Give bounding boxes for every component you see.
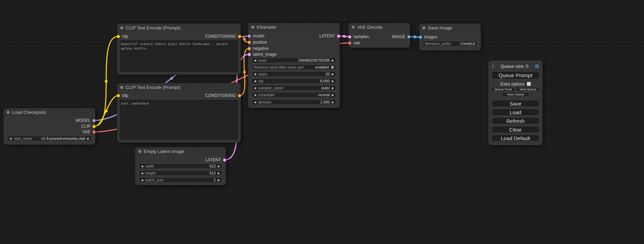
drag-handle-icon[interactable]: ⣿ [492,64,494,68]
output-slot-dot[interactable] [238,35,241,38]
decrement-arrow[interactable]: ◀ [141,179,143,182]
node-ksampler[interactable]: KSamplermodelpositivenegativelatent_imag… [248,23,340,108]
decrement-arrow[interactable]: ◀ [9,137,11,140]
increment-arrow[interactable]: ▶ [332,80,334,83]
queue-prompt-button[interactable]: Queue Prompt [492,71,539,79]
decrement-arrow[interactable]: ◀ [254,93,256,97]
node-title-bar[interactable]: VAE Decode [349,23,410,31]
widget-random-seed-after-every-gen[interactable]: Random seed after every genenabled [252,64,336,70]
input-slot-dot[interactable] [419,36,422,39]
output-slot-LATENT: LATENT [205,157,226,163]
node-title-bar[interactable]: Save Image [419,24,481,32]
increment-arrow[interactable]: ▶ [332,93,334,97]
widget-label: seed [258,58,266,62]
increment-arrow[interactable]: ▶ [218,172,220,175]
widget-value: enabled [315,65,329,69]
decrement-arrow[interactable]: ◀ [141,172,143,175]
decrement-arrow[interactable]: ◀ [254,87,256,90]
node-title-bar[interactable]: CLIP Text Encode (Prompt) [117,24,241,32]
input-slot-dot[interactable] [248,35,251,38]
refresh-button[interactable]: Refresh [492,117,539,124]
load-button[interactable]: Load [492,109,539,116]
node-empty-latent-image[interactable]: Empty Latent ImageLATENT◀width512▶◀heigh… [135,147,226,185]
node-title-label: Empty Latent Image [144,149,184,154]
output-slot-label: LATENT [205,157,221,162]
queue-front-button[interactable]: Queue Front [492,87,515,91]
input-slot-dot[interactable] [248,47,251,50]
link-midpoint-dot [243,71,246,73]
widget-sampler-name[interactable]: ◀sampler_nameeuler▶ [252,85,336,91]
widget-steps[interactable]: ◀steps20▶ [252,71,336,77]
output-slot-dot[interactable] [92,125,96,128]
decrement-arrow[interactable]: ◀ [254,101,256,104]
input-slot-dot[interactable] [248,41,251,44]
input-slot-dot[interactable] [348,35,351,38]
output-slot-label: CONDITIONING [205,34,236,39]
widget-height[interactable]: ◀height512▶ [139,170,222,176]
toggle-knob-icon[interactable] [331,66,334,69]
widget-filename-prefix[interactable]: filename_prefixComfyUI [423,41,477,46]
extra-options-checkbox[interactable] [527,82,531,86]
decrement-arrow[interactable]: ◀ [254,59,256,62]
view-queue-button[interactable]: View Queue [517,87,540,91]
widget-value: ComfyUI [460,42,475,46]
node-vae-decode[interactable]: VAE DecodesamplesvaeIMAGE [349,23,410,48]
input-slot-dot[interactable] [348,42,351,45]
widget-width[interactable]: ◀width512▶ [139,163,222,169]
node-title-bar[interactable]: Load Checkpoint [3,108,95,116]
output-slot-IMAGE: IMAGE [392,34,411,39]
collapse-dot[interactable] [138,150,141,153]
input-slot-dot[interactable] [248,53,251,56]
output-slot-dot[interactable] [92,119,96,122]
widget-value: 1.000 [320,100,330,104]
node-load-checkpoint[interactable]: Load CheckpointMODELCLIPVAE◀ckpt_namev1-… [3,108,95,145]
widget-label: height [145,171,156,175]
increment-arrow[interactable]: ▶ [87,137,89,140]
collapse-dot[interactable] [120,86,123,89]
collapse-dot[interactable] [422,26,425,29]
increment-arrow[interactable]: ▶ [332,101,334,104]
decrement-arrow[interactable]: ◀ [254,80,256,83]
output-slot-dot[interactable] [337,35,340,38]
increment-arrow[interactable]: ▶ [332,59,334,62]
increment-arrow[interactable]: ▶ [332,73,334,76]
widget-value: 512 [209,171,215,175]
node-clip-text-encode-negative[interactable]: CLIP Text Encode (Prompt)clipCONDITIONIN… [117,83,241,143]
prompt-text-input[interactable]: beautiful scenery nature glass bottle la… [120,40,238,72]
view-history-button[interactable]: View History [502,92,529,97]
graph-canvas[interactable]: Load CheckpointMODELCLIPVAE◀ckpt_namev1-… [0,0,644,244]
save-button[interactable]: Save [492,100,539,107]
collapse-dot[interactable] [251,26,254,29]
collapse-dot[interactable] [120,26,123,29]
input-slot-dot[interactable] [117,35,120,38]
load-default-button[interactable]: Load Default [492,135,539,142]
decrement-arrow[interactable]: ◀ [141,165,143,168]
increment-arrow[interactable]: ▶ [218,165,220,168]
widget-batch-size[interactable]: ◀batch_size1▶ [139,177,222,183]
queue-panel: ⣿ Queue size: 0 ⚙ Queue Prompt Extra opt… [488,61,542,145]
output-slot-MODEL: MODEL [76,118,96,123]
node-clip-text-encode-positive[interactable]: CLIP Text Encode (Prompt)clipCONDITIONIN… [117,24,241,75]
widget-cfg[interactable]: ◀cfg8.000▶ [252,78,336,84]
widget-ckpt-name[interactable]: ◀ckpt_namev1-5-pruned-emaonly.ckpt▶ [7,136,92,141]
increment-arrow[interactable]: ▶ [218,179,220,182]
node-title-bar[interactable]: CLIP Text Encode (Prompt) [117,83,241,91]
settings-gear-icon[interactable]: ⚙ [535,64,539,69]
decrement-arrow[interactable]: ◀ [254,73,256,76]
collapse-dot[interactable] [352,26,355,29]
output-slot-dot[interactable] [407,35,411,38]
node-save-image[interactable]: Save Imageimagesfilename_prefixComfyUI [419,24,481,51]
clear-button[interactable]: Clear [492,126,539,133]
output-slot-dot[interactable] [92,130,96,134]
node-title-bar[interactable]: Empty Latent Image [135,147,226,155]
widget-seed[interactable]: ◀seed156680208700286▶ [252,57,336,63]
widget-scheduler[interactable]: ◀schedulernormal▶ [252,92,336,98]
input-slot-dot[interactable] [117,94,120,97]
widget-denoise[interactable]: ◀denoise1.000▶ [252,99,336,105]
increment-arrow[interactable]: ▶ [332,87,334,90]
collapse-dot[interactable] [7,111,10,114]
output-slot-dot[interactable] [223,159,226,162]
node-title-bar[interactable]: KSampler [248,23,340,31]
output-slot-dot[interactable] [238,94,241,97]
prompt-text-input[interactable]: text, watermark [120,100,238,140]
